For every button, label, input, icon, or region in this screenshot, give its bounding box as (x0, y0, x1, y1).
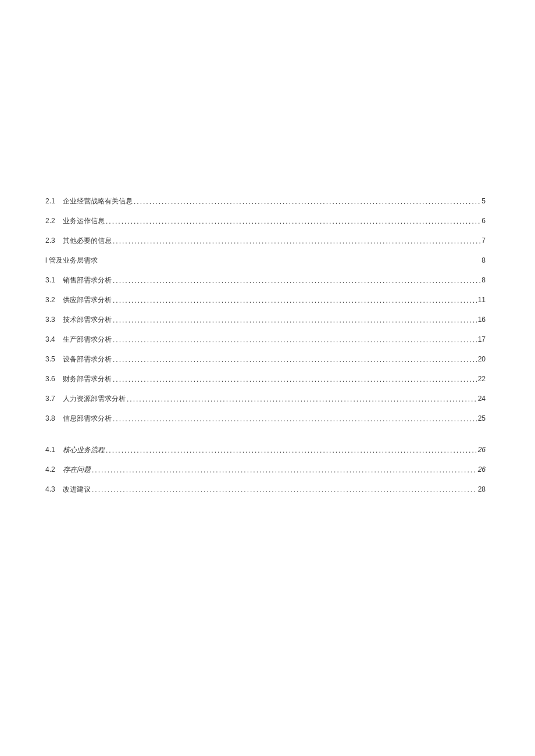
toc-entry: 3.3 技术部需求分析 16 (45, 316, 486, 323)
toc-page-number: 25 (477, 415, 486, 422)
toc-entry: 3.5 设备部需求分析 20 (45, 356, 486, 363)
toc-title: 核心业务流程 (63, 446, 106, 453)
toc-leader (113, 238, 480, 245)
section-heading-title: l 管及业务层需求 (45, 257, 98, 264)
toc-number: 3.1 (45, 277, 63, 284)
toc-group-3: 4.1 核心业务流程 26 4.2 存在问题 26 4.3 改进建议 28 (45, 446, 486, 493)
toc-title: 信息部需求分析 (63, 415, 113, 422)
toc-number: 3.5 (45, 356, 63, 363)
toc-page-number: 16 (477, 316, 486, 323)
toc-number: 4.3 (45, 486, 63, 493)
toc-number: 3.7 (45, 395, 63, 402)
toc-leader (106, 218, 480, 225)
toc-page-number: 7 (480, 237, 486, 244)
toc-title: 设备部需求分析 (63, 356, 113, 363)
toc-title: 销售部需求分析 (63, 277, 113, 284)
toc-title: 供应部需求分析 (63, 296, 113, 303)
toc-leader (113, 297, 477, 304)
toc-title: 人力资源部需求分析 (63, 395, 127, 402)
toc-title: 财务部需求分析 (63, 375, 113, 382)
section-heading-page: 8 (482, 257, 486, 264)
toc-title: 业务运作信息 (63, 217, 106, 224)
toc-leader (106, 447, 477, 454)
toc-leader (92, 467, 477, 474)
toc-entry: 3.6 财务部需求分析 22 (45, 375, 486, 382)
toc-number: 3.2 (45, 296, 63, 303)
toc-page-number: 5 (480, 198, 486, 205)
toc-page-number: 26 (477, 446, 486, 453)
toc-leader (113, 415, 477, 422)
toc-leader (113, 336, 477, 343)
toc-entry: 3.4 生产部需求分析 17 (45, 336, 486, 343)
toc-title: 企业经营战略有关信息 (63, 198, 134, 205)
toc-number: 2.1 (45, 198, 63, 205)
toc-page: 2.1 企业经营战略有关信息 5 2.2 业务运作信息 6 2.3 其他必要的信… (0, 0, 535, 493)
toc-title: 生产部需求分析 (63, 336, 113, 343)
toc-group-2: 3.1 销售部需求分析 8 3.2 供应部需求分析 11 3.3 技术部需求分析… (45, 277, 486, 422)
toc-leader (92, 486, 477, 493)
toc-page-number: 26 (477, 466, 486, 473)
toc-group-1: 2.1 企业经营战略有关信息 5 2.2 业务运作信息 6 2.3 其他必要的信… (45, 198, 486, 244)
toc-entry: 4.1 核心业务流程 26 (45, 446, 486, 453)
toc-leader (113, 356, 477, 363)
toc-entry: 3.7 人力资源部需求分析 24 (45, 395, 486, 402)
toc-section-heading: l 管及业务层需求 8 (45, 257, 486, 264)
toc-number: 3.8 (45, 415, 63, 422)
toc-leader (134, 198, 480, 205)
toc-number: 4.2 (45, 466, 63, 473)
toc-entry: 2.2 业务运作信息 6 (45, 217, 486, 224)
toc-page-number: 11 (477, 296, 486, 303)
toc-page-number: 20 (477, 356, 486, 363)
toc-entry: 3.1 销售部需求分析 8 (45, 277, 486, 284)
toc-entry: 3.8 信息部需求分析 25 (45, 415, 486, 422)
toc-title: 改进建议 (63, 486, 92, 493)
toc-title: 其他必要的信息 (63, 237, 113, 244)
toc-entry: 2.3 其他必要的信息 7 (45, 237, 486, 244)
toc-number: 3.4 (45, 336, 63, 343)
toc-page-number: 28 (477, 486, 486, 493)
toc-title: 存在问题 (63, 466, 92, 473)
toc-page-number: 17 (477, 336, 486, 343)
toc-entry: 3.2 供应部需求分析 11 (45, 296, 486, 303)
toc-leader (113, 317, 477, 324)
toc-entry: 4.3 改进建议 28 (45, 486, 486, 493)
toc-leader (113, 376, 477, 383)
toc-number: 4.1 (45, 446, 63, 453)
toc-leader (113, 277, 480, 284)
toc-number: 2.3 (45, 237, 63, 244)
toc-number: 2.2 (45, 217, 63, 224)
toc-number: 3.3 (45, 316, 63, 323)
toc-entry: 2.1 企业经营战略有关信息 5 (45, 198, 486, 205)
toc-page-number: 24 (477, 395, 486, 402)
toc-title: 技术部需求分析 (63, 316, 113, 323)
toc-page-number: 22 (477, 375, 486, 382)
toc-leader (127, 396, 477, 403)
toc-number: 3.6 (45, 375, 63, 382)
toc-page-number: 6 (480, 217, 486, 224)
toc-page-number: 8 (480, 277, 486, 284)
toc-entry: 4.2 存在问题 26 (45, 466, 486, 473)
